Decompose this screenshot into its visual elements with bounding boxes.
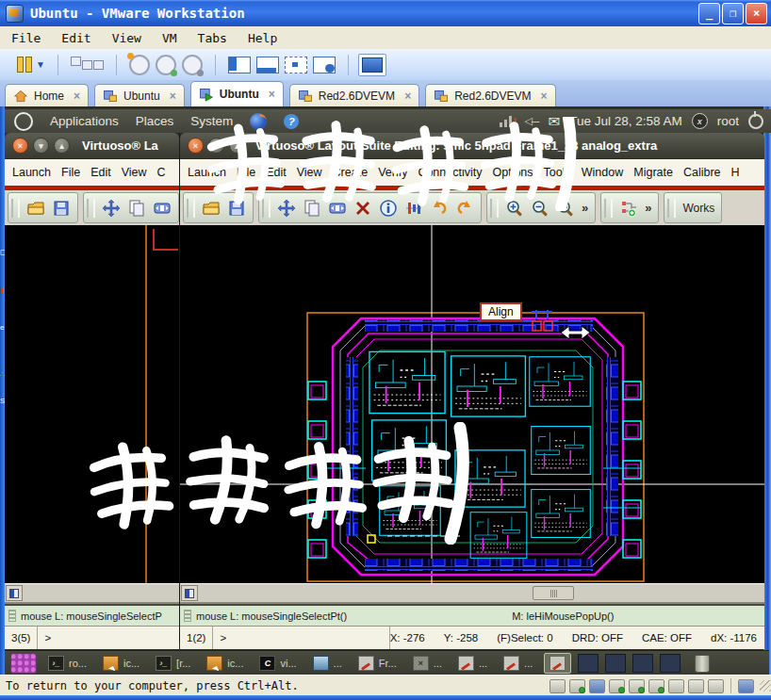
trash-icon[interactable] xyxy=(695,655,710,673)
vmenu-view[interactable]: View xyxy=(122,166,147,179)
taskbar-button-frame[interactable]: ... xyxy=(453,654,492,673)
network-icon[interactable]: ! xyxy=(500,115,515,127)
console-view-button[interactable] xyxy=(358,54,386,76)
toolbar-grip[interactable] xyxy=(87,199,95,218)
cdrom-icon[interactable] xyxy=(569,679,585,693)
panel-applet-icon[interactable] xyxy=(10,653,37,674)
tab-red26dvevm-1[interactable]: Red2.6DVEVM× xyxy=(289,84,419,106)
taskbar-button-terminal[interactable]: ›_ro... xyxy=(43,654,91,673)
panel-username[interactable]: root xyxy=(717,114,739,128)
scroll-left-button[interactable] xyxy=(6,585,23,601)
menu-vm[interactable]: VM xyxy=(162,31,177,45)
taskbar-button-folder[interactable]: ic... xyxy=(202,654,248,673)
tab-close-icon[interactable]: × xyxy=(269,88,275,101)
taskbar-button-tools[interactable]: ×... xyxy=(408,654,447,673)
tab-close-icon[interactable]: × xyxy=(404,90,411,103)
taskbar-button-active[interactable] xyxy=(544,653,571,674)
scroll-left-button[interactable] xyxy=(181,585,198,601)
toolbar-grip[interactable] xyxy=(667,199,676,218)
toolbar-grip[interactable] xyxy=(11,199,20,218)
pause-button[interactable]: ▼ xyxy=(16,54,45,76)
left-titlebar[interactable]: × ▾ ▴ Virtuoso® La xyxy=(5,133,179,158)
undo-button[interactable] xyxy=(430,199,449,218)
volume-muted-icon[interactable]: ◁--- xyxy=(524,115,538,127)
right-titlebar[interactable]: × ▾ ▴ Virtuoso® Layout Suite Editing: sm… xyxy=(180,133,764,158)
help-icon[interactable]: ? xyxy=(284,114,299,129)
toolbar-overflow-icon[interactable]: » xyxy=(645,201,651,215)
vmenu-launch[interactable]: Launch xyxy=(12,166,51,179)
maximize-button[interactable]: ❐ xyxy=(722,3,744,24)
resize-grip[interactable] xyxy=(760,680,771,692)
toolbar-grip[interactable] xyxy=(262,199,271,218)
move-button[interactable] xyxy=(277,199,296,218)
sound-icon[interactable] xyxy=(648,679,664,693)
network-adapter-icon[interactable] xyxy=(609,679,625,693)
toolbar-grip[interactable] xyxy=(604,199,613,218)
usb-icon[interactable] xyxy=(688,679,704,693)
workspace-1[interactable] xyxy=(578,654,599,673)
vmenu-migrate[interactable]: Migrate xyxy=(633,166,673,179)
pause-dropdown-icon[interactable]: ▼ xyxy=(36,59,45,70)
unity-button[interactable] xyxy=(313,54,336,76)
menu-edit[interactable]: Edit xyxy=(61,31,90,45)
toolbar-overflow-icon[interactable]: » xyxy=(582,201,588,215)
copy-button[interactable] xyxy=(127,199,146,218)
redo-button[interactable] xyxy=(455,199,474,218)
vmenu-calibre[interactable]: Calibre xyxy=(683,166,721,179)
firefox-icon[interactable] xyxy=(250,113,267,130)
snapshot-revert-button[interactable] xyxy=(156,54,176,76)
taskbar-button-frame[interactable]: ... xyxy=(499,654,537,673)
camera-icon[interactable] xyxy=(668,679,684,693)
power-icon[interactable] xyxy=(748,114,763,129)
taskbar-button-folder[interactable]: ic... xyxy=(98,654,144,673)
vmenu-help-clipped[interactable]: H xyxy=(731,166,740,179)
move-button[interactable] xyxy=(102,199,121,218)
snapshot-manager-button[interactable] xyxy=(182,54,203,76)
tab-ubuntu-active[interactable]: Ubuntu× xyxy=(190,81,284,106)
snapshot-take-button[interactable] xyxy=(129,54,150,76)
user-avatar-icon[interactable]: x xyxy=(692,113,708,129)
stretch-button[interactable] xyxy=(328,199,347,218)
vmenu-create[interactable]: Create xyxy=(333,166,369,179)
vmenu-create-clipped[interactable]: C xyxy=(157,166,166,179)
right-hscrollbar[interactable] xyxy=(180,583,764,604)
layout-canvas[interactable]: Align xyxy=(180,225,764,583)
serial-icon[interactable] xyxy=(708,679,724,693)
vmenu-file[interactable]: File xyxy=(61,166,80,179)
taskbar-button-image[interactable]: ... xyxy=(308,654,347,673)
mail-icon[interactable]: ✉ xyxy=(549,113,561,130)
tab-close-icon[interactable]: × xyxy=(74,90,80,103)
vmenu-edit[interactable]: Edit xyxy=(266,166,287,179)
vmenu-window[interactable]: Window xyxy=(582,166,623,179)
taskbar-button-virtuoso[interactable]: Cvi... xyxy=(254,654,301,673)
vmenu-edit[interactable]: Edit xyxy=(90,166,111,179)
left-layout-canvas[interactable] xyxy=(5,225,179,583)
panel-menu-places[interactable]: Places xyxy=(136,114,174,128)
statusbar-grip[interactable] xyxy=(8,610,16,622)
vmenu-options[interactable]: Options xyxy=(492,166,533,179)
save-button[interactable] xyxy=(52,199,71,218)
taskbar-button-frame[interactable]: Fr... xyxy=(353,654,402,673)
delete-button[interactable] xyxy=(353,199,372,218)
copy-button[interactable] xyxy=(303,199,321,218)
panel-menu-applications[interactable]: Applications xyxy=(50,114,119,128)
minimize-icon[interactable]: ▾ xyxy=(33,138,49,154)
close-icon[interactable]: × xyxy=(12,138,28,154)
workspace-2[interactable] xyxy=(605,654,626,673)
menu-file[interactable]: File xyxy=(11,31,41,45)
menu-view[interactable]: View xyxy=(112,31,141,45)
command-prompt[interactable]: > xyxy=(38,627,57,649)
vm-settings-button[interactable] xyxy=(71,54,104,76)
zoom-fit-button[interactable] xyxy=(556,199,575,218)
maximize-icon[interactable]: ▴ xyxy=(229,138,245,154)
tab-home[interactable]: Home× xyxy=(5,84,89,106)
close-icon[interactable]: × xyxy=(188,138,204,154)
show-statusbar-button[interactable] xyxy=(256,54,279,76)
vmenu-launch[interactable]: Launch xyxy=(188,166,226,179)
tab-red26dvevm-2[interactable]: Red2.6DVEVM× xyxy=(425,84,555,106)
workspace-3[interactable] xyxy=(632,654,653,673)
maximize-icon[interactable]: ▴ xyxy=(54,138,70,154)
scrollbar-thumb[interactable] xyxy=(533,586,574,600)
open-button[interactable] xyxy=(26,199,45,218)
panel-menu-system[interactable]: System xyxy=(190,114,233,128)
